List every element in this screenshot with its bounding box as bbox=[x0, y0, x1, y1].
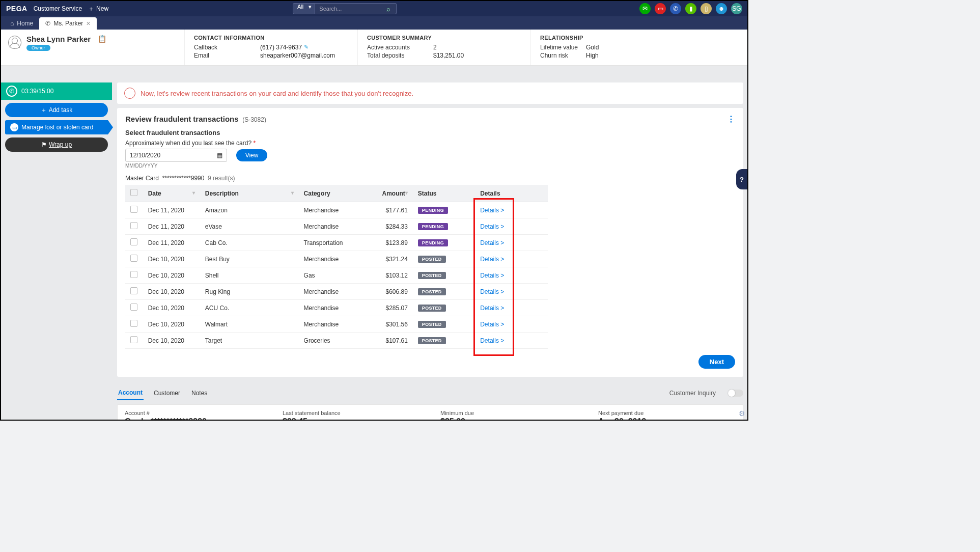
min-due-value: $25.00 bbox=[440, 417, 578, 420]
summary-heading: CUSTOMER SUMMARY bbox=[367, 35, 521, 41]
date-question: Approximately when did you last see the … bbox=[125, 140, 735, 147]
details-link[interactable]: Details > bbox=[480, 239, 504, 246]
wrap-up-button[interactable]: ⚑Wrap up bbox=[5, 137, 108, 152]
col-date[interactable]: Date▾ bbox=[143, 185, 200, 202]
calendar-icon[interactable]: ▦ bbox=[217, 152, 222, 159]
row-checkbox[interactable] bbox=[130, 287, 137, 294]
details-link[interactable]: Details > bbox=[480, 305, 504, 312]
row-checkbox[interactable] bbox=[130, 206, 137, 213]
transactions-table: Date▾ Description▾ Category Amount▾ Stat… bbox=[125, 185, 548, 349]
detail-tabs: Account Customer Notes Customer Inquiry bbox=[117, 386, 743, 400]
next-button[interactable]: Next bbox=[698, 355, 735, 369]
tab-customer-label: Ms. Parker bbox=[53, 20, 83, 27]
phone-circle-icon: ✆ bbox=[6, 86, 17, 97]
card-icon: ▭ bbox=[10, 123, 18, 131]
lifetime-label: Lifetime value bbox=[540, 44, 586, 51]
table-row: Dec 10, 2020Rug KingMerchandise$606.89PO… bbox=[125, 284, 548, 300]
details-link[interactable]: Details > bbox=[480, 321, 504, 328]
cell-status: PENDING bbox=[413, 218, 475, 235]
cell-category: Gas bbox=[299, 267, 367, 284]
details-link[interactable]: Details > bbox=[480, 272, 504, 279]
cell-date: Dec 10, 2020 bbox=[143, 251, 200, 267]
edit-icon[interactable]: ✎ bbox=[304, 44, 309, 51]
inquiry-toggle[interactable] bbox=[728, 390, 743, 397]
cell-description: eVase bbox=[200, 218, 299, 235]
details-link[interactable]: Details > bbox=[480, 337, 504, 344]
stage-manage-card[interactable]: ▭Manage lost or stolen card bbox=[5, 120, 108, 134]
col-description[interactable]: Description▾ bbox=[200, 185, 299, 202]
clipboard-icon[interactable]: 📋 bbox=[98, 35, 106, 60]
row-checkbox[interactable] bbox=[130, 238, 137, 245]
tab-home[interactable]: ⌂Home bbox=[4, 17, 39, 30]
table-row: Dec 10, 2020WalmartMerchandise$301.56POS… bbox=[125, 316, 548, 333]
row-checkbox[interactable] bbox=[130, 320, 137, 327]
tab-customer[interactable]: ✆Ms. Parker✕ bbox=[39, 17, 97, 30]
row-checkbox[interactable] bbox=[130, 303, 137, 311]
row-checkbox[interactable] bbox=[130, 271, 137, 278]
case-id: (S-3082) bbox=[242, 116, 266, 123]
help-button[interactable]: ? bbox=[736, 169, 747, 189]
new-button[interactable]: ＋New bbox=[88, 5, 108, 13]
cell-status: POSTED bbox=[413, 284, 475, 300]
close-icon[interactable]: ✕ bbox=[86, 20, 91, 27]
date-input[interactable]: 12/10/2020▦ bbox=[125, 149, 227, 162]
cell-description: Amazon bbox=[200, 202, 299, 218]
cell-description: Walmart bbox=[200, 316, 299, 333]
phone-icon[interactable]: ✆ bbox=[670, 3, 681, 14]
add-task-button[interactable]: ＋Add task bbox=[5, 103, 108, 117]
select-all-checkbox[interactable] bbox=[130, 189, 137, 196]
details-link[interactable]: Details > bbox=[480, 288, 504, 295]
email-value: sheaparker007@gmail.com bbox=[260, 52, 335, 59]
contact-info-block: CONTACT INFORMATION Callback(617) 374-96… bbox=[184, 30, 357, 65]
customer-identity: Shea Lynn Parker Owner 📋 bbox=[1, 30, 184, 65]
table-row: Dec 10, 2020Best BuyMerchandise$321.24PO… bbox=[125, 251, 548, 267]
details-link[interactable]: Details > bbox=[480, 207, 504, 214]
next-pay-value: Apr 30, 2019 bbox=[598, 417, 736, 420]
cell-category: Merchandise bbox=[299, 300, 367, 316]
cell-amount: $284.33 bbox=[366, 218, 413, 235]
col-category[interactable]: Category bbox=[299, 185, 367, 202]
cell-amount: $103.12 bbox=[366, 267, 413, 284]
acct-num-label: Account # bbox=[125, 410, 262, 416]
cell-description: Target bbox=[200, 333, 299, 349]
status-icon[interactable]: ▮ bbox=[685, 3, 696, 14]
cell-date: Dec 10, 2020 bbox=[143, 300, 200, 316]
col-amount[interactable]: Amount▾ bbox=[366, 185, 413, 202]
cell-date: Dec 11, 2020 bbox=[143, 202, 200, 218]
bar-icon[interactable]: ▯ bbox=[701, 3, 712, 14]
cell-status: POSTED bbox=[413, 267, 475, 284]
guidance-banner: Now, let's review recent transactions on… bbox=[117, 82, 743, 104]
cell-date: Dec 10, 2020 bbox=[143, 267, 200, 284]
date-hint: MM/DD/YYYY bbox=[125, 163, 735, 169]
gear-icon[interactable]: ⚙ bbox=[739, 409, 745, 418]
col-status[interactable]: Status bbox=[413, 185, 475, 202]
row-checkbox[interactable] bbox=[130, 255, 137, 262]
tab-account[interactable]: Account bbox=[117, 386, 144, 400]
robot-icon[interactable]: ☻ bbox=[716, 3, 727, 14]
inquiry-label: Customer Inquiry bbox=[669, 390, 716, 397]
view-button[interactable]: View bbox=[236, 149, 268, 161]
last-stmt-bal-label: Last statement balance bbox=[283, 410, 420, 416]
row-checkbox[interactable] bbox=[130, 222, 137, 229]
search-scope-select[interactable]: All bbox=[293, 3, 315, 14]
call-timer: ✆ 03:39/15:00 bbox=[1, 82, 112, 100]
global-topbar: PEGA Customer Service ＋New All ⌕ ✉ ▭ ✆ ▮… bbox=[1, 1, 747, 16]
tab-customer[interactable]: Customer bbox=[153, 387, 181, 400]
filter-icon[interactable]: ▾ bbox=[405, 190, 408, 196]
user-avatar[interactable]: SG bbox=[731, 3, 742, 14]
panel-title: Review fraudulent transactions bbox=[125, 115, 239, 123]
stage-label: Manage lost or stolen card bbox=[21, 124, 93, 131]
cell-status: POSTED bbox=[413, 316, 475, 333]
more-actions-icon[interactable]: ⋯ bbox=[726, 115, 736, 123]
row-checkbox[interactable] bbox=[130, 336, 137, 343]
filter-icon[interactable]: ▾ bbox=[291, 190, 294, 196]
tab-notes[interactable]: Notes bbox=[190, 387, 208, 400]
cell-status: POSTED bbox=[413, 251, 475, 267]
search-icon[interactable]: ⌕ bbox=[386, 5, 390, 13]
details-link[interactable]: Details > bbox=[480, 223, 504, 230]
details-link[interactable]: Details > bbox=[480, 256, 504, 263]
search-input[interactable] bbox=[315, 3, 397, 14]
filter-icon[interactable]: ▾ bbox=[192, 190, 195, 196]
chat-icon[interactable]: ▭ bbox=[655, 3, 666, 14]
mail-icon[interactable]: ✉ bbox=[639, 3, 651, 14]
